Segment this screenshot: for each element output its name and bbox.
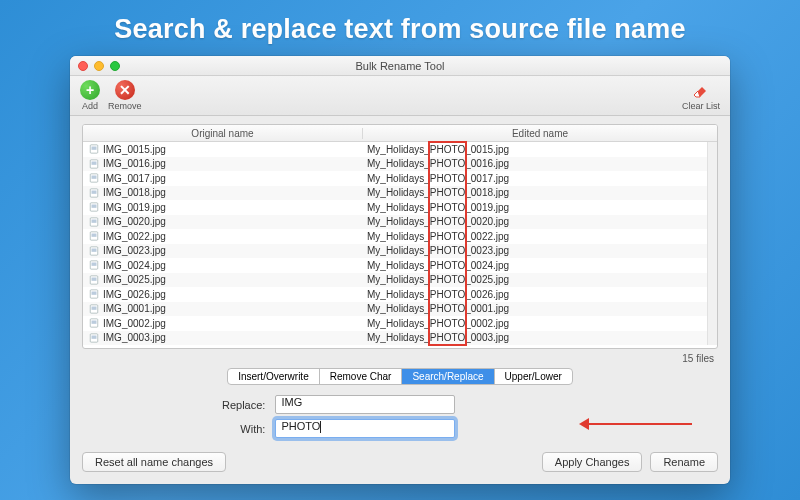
table-row[interactable]: IMG_0002.jpgMy_Holidays_PHOTO_0002.jpg: [83, 316, 707, 331]
clear-list-button[interactable]: Clear List: [682, 80, 720, 111]
footer: Reset all name changes Apply Changes Ren…: [70, 442, 730, 484]
list-header: Original name Edited name: [83, 125, 717, 142]
toolbar: + Add ✕ Remove Clear List: [70, 76, 730, 116]
edited-name: My_Holidays_PHOTO_0003.jpg: [363, 332, 707, 343]
file-icon: [89, 159, 99, 169]
tab-upper-lower[interactable]: Upper/Lower: [495, 369, 572, 384]
original-name: IMG_0022.jpg: [103, 231, 166, 242]
original-name: IMG_0015.jpg: [103, 144, 166, 155]
add-button[interactable]: + Add: [80, 80, 100, 111]
table-row[interactable]: IMG_0026.jpgMy_Holidays_PHOTO_0026.jpg: [83, 287, 707, 302]
content-area: Original name Edited name IMG_0015.jpgMy…: [70, 116, 730, 442]
scrollbar[interactable]: [707, 142, 717, 345]
with-label: With:: [222, 423, 265, 435]
file-list: Original name Edited name IMG_0015.jpgMy…: [82, 124, 718, 349]
svg-rect-17: [92, 263, 97, 266]
original-name: IMG_0017.jpg: [103, 173, 166, 184]
svg-rect-11: [92, 219, 97, 222]
file-icon: [89, 275, 99, 285]
edited-name: My_Holidays_PHOTO_0019.jpg: [363, 202, 707, 213]
svg-rect-5: [92, 176, 97, 179]
edited-name: My_Holidays_PHOTO_0017.jpg: [363, 173, 707, 184]
window-title: Bulk Rename Tool: [70, 60, 730, 72]
svg-rect-7: [92, 190, 97, 193]
svg-rect-15: [92, 248, 97, 251]
col-edited[interactable]: Edited name: [363, 128, 717, 139]
mode-tabs: Insert/Overwrite Remove Char Search/Repl…: [82, 368, 718, 385]
svg-rect-23: [92, 306, 97, 309]
table-row[interactable]: IMG_0019.jpgMy_Holidays_PHOTO_0019.jpg: [83, 200, 707, 215]
svg-rect-13: [92, 234, 97, 237]
original-name: IMG_0019.jpg: [103, 202, 166, 213]
svg-rect-19: [92, 277, 97, 280]
reset-button[interactable]: Reset all name changes: [82, 452, 226, 472]
edited-name: My_Holidays_PHOTO_0020.jpg: [363, 216, 707, 227]
table-row[interactable]: IMG_0001.jpgMy_Holidays_PHOTO_0001.jpg: [83, 302, 707, 317]
table-row[interactable]: IMG_0003.jpgMy_Holidays_PHOTO_0003.jpg: [83, 331, 707, 346]
svg-rect-21: [92, 292, 97, 295]
app-window: Bulk Rename Tool + Add ✕ Remove Clear Li…: [70, 56, 730, 484]
original-name: IMG_0026.jpg: [103, 289, 166, 300]
table-row[interactable]: IMG_0017.jpgMy_Holidays_PHOTO_0017.jpg: [83, 171, 707, 186]
file-icon: [89, 260, 99, 270]
clear-list-label: Clear List: [682, 101, 720, 111]
original-name: IMG_0002.jpg: [103, 318, 166, 329]
svg-rect-25: [92, 321, 97, 324]
tab-search-replace[interactable]: Search/Replace: [402, 369, 494, 384]
file-icon: [89, 289, 99, 299]
edited-name: My_Holidays_PHOTO_0026.jpg: [363, 289, 707, 300]
file-icon: [89, 202, 99, 212]
apply-changes-button[interactable]: Apply Changes: [542, 452, 643, 472]
x-icon: ✕: [115, 80, 135, 100]
edited-name: My_Holidays_PHOTO_0001.jpg: [363, 303, 707, 314]
edited-name: My_Holidays_PHOTO_0018.jpg: [363, 187, 707, 198]
edited-name: My_Holidays_PHOTO_0023.jpg: [363, 245, 707, 256]
titlebar: Bulk Rename Tool: [70, 56, 730, 76]
remove-button[interactable]: ✕ Remove: [108, 80, 142, 111]
table-row[interactable]: IMG_0023.jpgMy_Holidays_PHOTO_0023.jpg: [83, 244, 707, 259]
tab-insert-overwrite[interactable]: Insert/Overwrite: [228, 369, 320, 384]
col-original[interactable]: Original name: [83, 128, 363, 139]
list-rows[interactable]: IMG_0015.jpgMy_Holidays_PHOTO_0015.jpgIM…: [83, 142, 707, 345]
table-row[interactable]: IMG_0020.jpgMy_Holidays_PHOTO_0020.jpg: [83, 215, 707, 230]
original-name: IMG_0016.jpg: [103, 158, 166, 169]
remove-label: Remove: [108, 101, 142, 111]
original-name: IMG_0020.jpg: [103, 216, 166, 227]
edited-name: My_Holidays_PHOTO_0024.jpg: [363, 260, 707, 271]
file-icon: [89, 173, 99, 183]
tab-remove-char[interactable]: Remove Char: [320, 369, 403, 384]
plus-icon: +: [80, 80, 100, 100]
svg-rect-3: [92, 161, 97, 164]
callout-arrow: [582, 423, 692, 425]
edited-name: My_Holidays_PHOTO_0015.jpg: [363, 144, 707, 155]
file-icon: [89, 246, 99, 256]
text-caret: [320, 421, 321, 433]
edited-name: My_Holidays_PHOTO_0002.jpg: [363, 318, 707, 329]
svg-rect-9: [92, 205, 97, 208]
original-name: IMG_0003.jpg: [103, 332, 166, 343]
edited-name: My_Holidays_PHOTO_0022.jpg: [363, 231, 707, 242]
table-row[interactable]: IMG_0022.jpgMy_Holidays_PHOTO_0022.jpg: [83, 229, 707, 244]
original-name: IMG_0018.jpg: [103, 187, 166, 198]
file-icon: [89, 231, 99, 241]
replace-label: Replace:: [222, 399, 265, 411]
svg-rect-27: [92, 335, 97, 338]
table-row[interactable]: IMG_0015.jpgMy_Holidays_PHOTO_0015.jpg: [83, 142, 707, 157]
table-row[interactable]: IMG_0024.jpgMy_Holidays_PHOTO_0024.jpg: [83, 258, 707, 273]
replace-input[interactable]: IMG: [275, 395, 455, 414]
file-icon: [89, 188, 99, 198]
with-input[interactable]: PHOTO: [275, 419, 455, 438]
file-icon: [89, 318, 99, 328]
original-name: IMG_0023.jpg: [103, 245, 166, 256]
file-icon: [89, 217, 99, 227]
original-name: IMG_0024.jpg: [103, 260, 166, 271]
file-count: 15 files: [82, 349, 718, 366]
add-label: Add: [82, 101, 98, 111]
original-name: IMG_0025.jpg: [103, 274, 166, 285]
table-row[interactable]: IMG_0025.jpgMy_Holidays_PHOTO_0025.jpg: [83, 273, 707, 288]
file-icon: [89, 144, 99, 154]
eraser-icon: [691, 80, 711, 100]
table-row[interactable]: IMG_0016.jpgMy_Holidays_PHOTO_0016.jpg: [83, 157, 707, 172]
rename-button[interactable]: Rename: [650, 452, 718, 472]
table-row[interactable]: IMG_0018.jpgMy_Holidays_PHOTO_0018.jpg: [83, 186, 707, 201]
